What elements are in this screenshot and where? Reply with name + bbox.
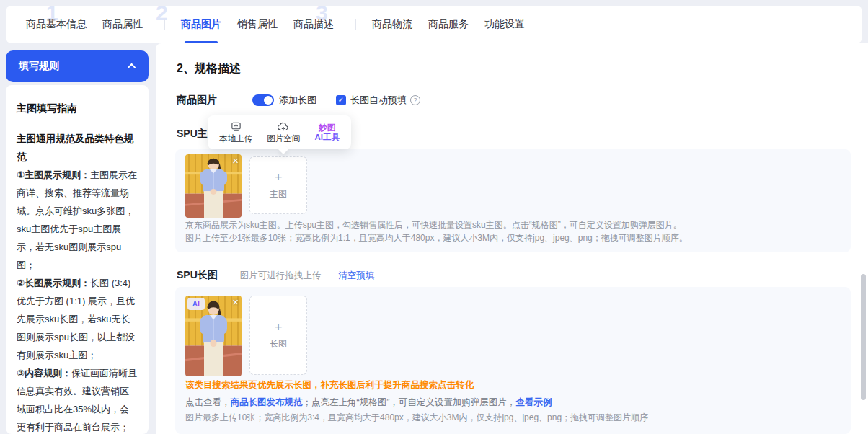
fill-rules-collapse-header[interactable]: 填写规则 (6, 50, 149, 82)
menu-item-image-space[interactable]: 图片空间 (267, 121, 300, 144)
top-tab-bar: 1 2 3 商品基本信息 商品属性 商品图片 销售属性 商品描述 商品物流 商品… (6, 6, 862, 43)
product-image-thumbnail[interactable]: × (185, 154, 242, 218)
tab-feature-settings[interactable]: 功能设置 (484, 6, 525, 43)
close-icon[interactable]: × (232, 296, 239, 309)
drag-upload-hint: 图片可进行拖拽上传 (240, 270, 322, 282)
add-long-image-label: 添加长图 (279, 94, 316, 107)
help-circle-icon[interactable]: ? (410, 95, 420, 105)
main-image-spec-title: 主图通用规范及品类特色规范 (17, 130, 138, 166)
product-long-image-thumbnail[interactable]: AI × (185, 296, 242, 376)
upload-box-label: 主图 (270, 188, 287, 200)
tab-product-images[interactable]: 商品图片 (181, 6, 221, 43)
tab-product-services[interactable]: 商品服务 (428, 6, 469, 43)
menu-item-local-upload[interactable]: 本地上传 (219, 121, 252, 144)
menu-item-miaotu-ai-tool[interactable]: 妙图 AI工具 (315, 123, 340, 142)
plus-icon: + (274, 170, 282, 185)
tab-group-divider (164, 19, 165, 30)
fill-rules-panel: 主图填写指南 主图通用规范及品类特色规范 ①主图展示规则：主图展示在商详、搜索、… (6, 85, 149, 434)
toggle-knob (264, 96, 273, 105)
long-image-help-text: 图片最多上传10张；宽高比例为3:4，且宽高均大于480px，建议大小3M内，仅… (185, 411, 648, 424)
long-image-upload-box[interactable]: + 长图 (249, 296, 307, 375)
spu-long-image-row: SPU长图 图片可进行拖拽上传 清空预填 (177, 269, 374, 282)
view-example-link[interactable]: 查看示例 (515, 397, 552, 407)
spu-long-image-label: SPU长图 (177, 269, 218, 282)
tab-product-logistics[interactable]: 商品物流 (372, 6, 412, 43)
rule-long-image-display: ②长图展示规则：长图 (3:4) 优先于方图 (1:1) 展示，且优先展示sku… (17, 274, 138, 364)
spec-description-section: 2、规格描述 商品图片 添加长图 ✓ 长图自动预填 ? SPU主图 (156, 43, 868, 434)
main-image-guide-title: 主图填写指南 (17, 102, 138, 115)
spu-main-image-help-text: 京东商品展示为sku主图。上传spu主图，勾选销售属性后，可快速批量设置sku主… (185, 218, 688, 244)
vertical-scrollbar-thumb[interactable] (861, 274, 866, 400)
product-image-controls-row: 商品图片 添加长图 ✓ 长图自动预填 ? (177, 94, 420, 107)
local-upload-icon (231, 121, 242, 132)
tab-list: 商品基本信息 商品属性 商品图片 销售属性 商品描述 商品物流 商品服务 功能设… (6, 6, 862, 43)
image-space-icon (278, 121, 289, 132)
section-title: 2、规格描述 (177, 61, 241, 76)
spu-long-image-panel: AI × + 长图 该类目搜索结果页优先展示长图，补充长图后利于提升商品搜索点击… (175, 287, 851, 434)
main-image-upload-box[interactable]: + 主图 (249, 156, 307, 214)
long-image-links-line: 点击查看，商品长图发布规范；点亮左上角“规格图”，可自定义设置加购弹层图片，查看… (185, 396, 552, 409)
chevron-up-icon (128, 63, 136, 71)
product-image-label: 商品图片 (177, 94, 217, 107)
upload-box-label: 长图 (270, 338, 287, 350)
tab-product-attributes[interactable]: 商品属性 (102, 6, 143, 43)
plus-icon: + (274, 320, 282, 335)
rule-content: ③内容规则：保证画面清晰且信息真实有效。建议营销区域面积占比在35%以内，会更有… (17, 364, 138, 434)
long-image-warning-text: 该类目搜索结果页优先展示长图，补充长图后利于提升商品搜索点击转化 (185, 379, 474, 391)
tab-group-divider (355, 19, 356, 30)
spu-main-image-panel: × + 主图 京东商品展示为sku主图。上传spu主图，勾选销售属性后，可快速批… (175, 149, 851, 252)
long-image-autofill-checkbox[interactable]: ✓ (336, 95, 346, 105)
close-icon[interactable]: × (232, 154, 239, 167)
fill-rules-title: 填写规则 (19, 60, 59, 73)
long-image-rules-link[interactable]: 商品长图发布规范 (231, 397, 303, 407)
long-image-autofill-label: 长图自动预填 (350, 94, 407, 107)
upload-options-popover: 本地上传 图片空间 妙图 AI工具 (208, 115, 351, 149)
tab-sales-attributes[interactable]: 销售属性 (237, 6, 278, 43)
tab-product-description[interactable]: 商品描述 (293, 6, 334, 43)
rule-main-image-display: ①主图展示规则：主图展示在商详、搜索、推荐等流量场域。京东可维护sku多张图，s… (17, 166, 138, 274)
clear-prefill-link[interactable]: 清空预填 (338, 270, 374, 282)
tab-basic-info[interactable]: 商品基本信息 (26, 6, 87, 43)
ai-generated-badge: AI (187, 298, 205, 310)
add-long-image-toggle[interactable] (252, 94, 274, 106)
